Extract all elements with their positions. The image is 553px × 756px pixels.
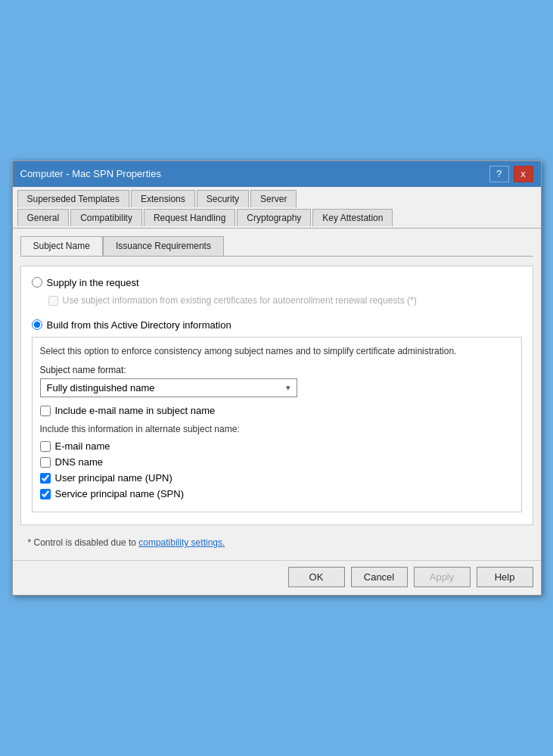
checkbox-list: E-mail name DNS name User principal name… (40, 440, 514, 499)
tabs-row1-container: Superseded Templates Extensions Security… (13, 187, 541, 229)
checkbox-dns-name-label: DNS name (55, 456, 104, 468)
tab-cryptography[interactable]: Cryptography (237, 209, 311, 226)
checkbox-spn-label: Service principal name (SPN) (55, 488, 185, 499)
checkbox-upn[interactable] (40, 473, 51, 484)
tab-superseded-templates[interactable]: Superseded Templates (17, 190, 130, 207)
checkbox-dns-name[interactable] (40, 457, 51, 468)
checkbox-dns-name-row: DNS name (40, 456, 514, 468)
include-info-label: Include this information in alternate su… (40, 424, 514, 434)
select-row: Fully distinguished name ▾ (40, 378, 514, 397)
help-button[interactable]: ? (489, 166, 509, 182)
title-bar-controls: ? x (489, 166, 533, 182)
radio-build[interactable] (32, 319, 42, 330)
tab-extensions[interactable]: Extensions (131, 190, 195, 207)
checkbox-email-subject-label: Include e-mail name in subject name (55, 405, 216, 416)
radio-supply-label: Supply in the request (47, 277, 139, 288)
tabs-row2: General Compatibility Request Handling C… (17, 209, 536, 226)
tab-general[interactable]: General (17, 209, 70, 226)
tab-server[interactable]: Server (250, 190, 297, 207)
ok-button[interactable]: OK (288, 567, 345, 587)
title-bar: Computer - Mac SPN Properties ? x (13, 161, 541, 187)
checkbox-use-subject[interactable] (48, 296, 58, 306)
inner-tabs: Subject Name Issuance Requirements (20, 236, 533, 257)
subject-name-format-select[interactable]: Fully distinguished name ▾ (40, 378, 297, 397)
checkbox-email-name-label: E-mail name (55, 440, 110, 452)
chevron-down-icon: ▾ (286, 383, 290, 393)
checkbox-upn-label: User principal name (UPN) (55, 472, 172, 484)
checkbox-email-subject-row: Include e-mail name in subject name (40, 405, 514, 416)
cancel-button[interactable]: Cancel (351, 567, 408, 587)
checkbox-use-subject-label: Use subject information from existing ce… (63, 294, 417, 307)
radio-build-label: Build from this Active Directory informa… (47, 319, 231, 331)
tab-request-handling[interactable]: Request Handling (144, 209, 235, 226)
footer-note: * Control is disabled due to compatibili… (20, 533, 533, 552)
inner-tab-subject-name[interactable]: Subject Name (20, 236, 103, 256)
close-button[interactable]: x (514, 166, 533, 182)
checkbox-email-name-row: E-mail name (40, 440, 514, 452)
button-bar: OK Cancel Apply Help (13, 560, 541, 595)
subject-name-format-label: Subject name format: (40, 365, 514, 375)
checkbox-spn[interactable] (40, 489, 51, 499)
checkbox-upn-row: User principal name (UPN) (40, 472, 514, 484)
checkbox-email-subject[interactable] (40, 406, 51, 416)
help-button-bar[interactable]: Help (477, 567, 533, 587)
build-section: Select this option to enforce consistenc… (32, 337, 522, 513)
window-title: Computer - Mac SPN Properties (20, 168, 161, 179)
checkbox-email-name[interactable] (40, 441, 51, 452)
radio-build-row: Build from this Active Directory informa… (32, 319, 522, 331)
radio-supply[interactable] (32, 277, 42, 288)
radio-supply-row: Supply in the request (32, 277, 522, 288)
build-description: Select this option to enforce consistenc… (40, 345, 514, 358)
footer-note-prefix: * Control is disabled due to (28, 537, 139, 548)
tabs-row1: Superseded Templates Extensions Security… (17, 190, 536, 207)
apply-button[interactable]: Apply (414, 567, 471, 587)
tab-compatibility[interactable]: Compatibility (70, 209, 142, 226)
tab-key-attestation[interactable]: Key Attestation (312, 209, 393, 226)
form-section: Supply in the request Use subject inform… (20, 266, 533, 526)
checkbox-spn-row: Service principal name (SPN) (40, 488, 514, 499)
content-area: Subject Name Issuance Requirements Suppl… (13, 229, 541, 561)
compatibility-settings-link[interactable]: compatibility settings. (138, 537, 225, 548)
inner-tab-issuance-requirements[interactable]: Issuance Requirements (103, 236, 224, 256)
tab-security[interactable]: Security (197, 190, 249, 207)
main-window: Computer - Mac SPN Properties ? x Supers… (12, 160, 542, 596)
checkbox-use-subject-row: Use subject information from existing ce… (48, 294, 522, 307)
select-value: Fully distinguished name (47, 382, 155, 394)
